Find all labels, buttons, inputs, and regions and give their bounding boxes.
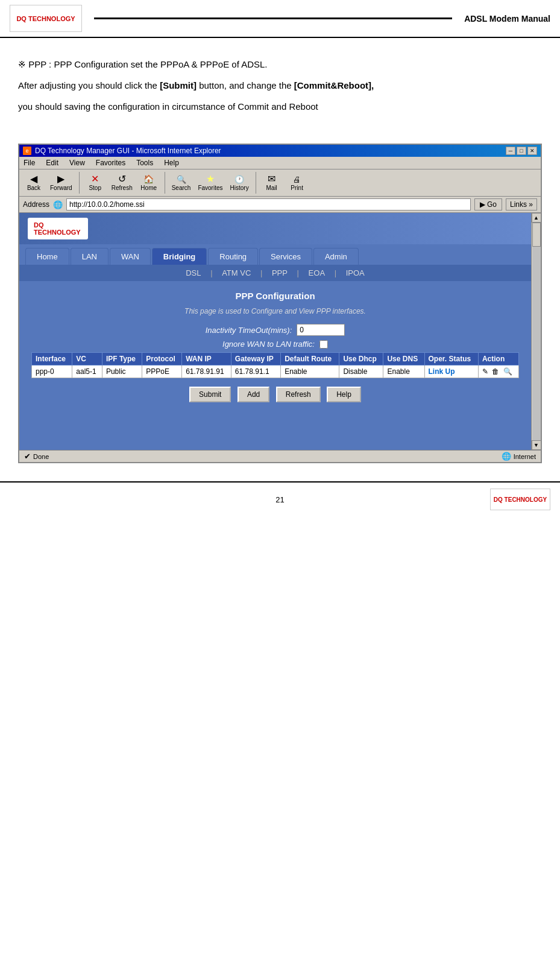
inactivity-label: Inactivity TimeOut(mins): bbox=[206, 326, 292, 335]
menu-tools[interactable]: Tools bbox=[134, 158, 155, 168]
commit-label-text: [Commit&Reboot], bbox=[294, 80, 374, 90]
submit-label-text: [Submit] bbox=[160, 80, 197, 90]
internet-zone-text: Internet bbox=[514, 453, 536, 460]
sub-nav-ppp[interactable]: PPP bbox=[272, 268, 288, 277]
back-icon bbox=[30, 174, 37, 184]
sub-nav-dsl[interactable]: DSL bbox=[186, 268, 201, 277]
favorites-button[interactable]: Favorites bbox=[196, 173, 224, 192]
back-button[interactable]: Back bbox=[23, 173, 45, 192]
tab-admin[interactable]: Admin bbox=[313, 248, 359, 265]
ignore-wan-checkbox[interactable] bbox=[319, 340, 328, 349]
help-button[interactable]: Help bbox=[327, 387, 361, 402]
print-button[interactable]: Print bbox=[286, 173, 308, 192]
menu-file[interactable]: File bbox=[22, 158, 37, 168]
stop-icon bbox=[91, 174, 99, 184]
col-gateway-ip: Gateway IP bbox=[231, 353, 280, 366]
ignore-wan-label: Ignore WAN to LAN traffic: bbox=[222, 340, 315, 349]
maximize-button[interactable]: □ bbox=[517, 147, 526, 155]
add-button[interactable]: Add bbox=[238, 387, 269, 402]
panel-refresh-button[interactable]: Refresh bbox=[276, 387, 321, 402]
tab-home[interactable]: Home bbox=[25, 248, 69, 265]
minimize-button[interactable]: ─ bbox=[506, 147, 515, 155]
history-button[interactable]: History bbox=[228, 173, 251, 192]
back-label: Back bbox=[27, 185, 40, 191]
tab-bridging[interactable]: Bridging bbox=[152, 248, 207, 265]
dq-logo-text: DQ TECHNOLOGY bbox=[34, 221, 82, 236]
status-done-icon: ✔ bbox=[24, 452, 31, 461]
sub-nav-ipoa[interactable]: IPOA bbox=[346, 268, 365, 277]
toolbar-sep-2 bbox=[165, 172, 165, 194]
scroll-down-button[interactable]: ▼ bbox=[532, 440, 541, 450]
menu-edit[interactable]: Edit bbox=[44, 158, 60, 168]
history-icon bbox=[234, 174, 244, 184]
cell-action[interactable]: ✎ 🗑 🔍 bbox=[478, 366, 518, 378]
cell-wan-ip: 61.78.91.91 bbox=[182, 366, 231, 378]
panel-title: PPP Configuration bbox=[31, 291, 519, 301]
view-icon[interactable]: 🔍 bbox=[503, 367, 512, 376]
page-header: DQ TECHNOLOGY ADSL Modem Manual bbox=[0, 0, 560, 38]
scroll-thumb[interactable] bbox=[532, 223, 541, 247]
scroll-track[interactable] bbox=[532, 223, 541, 440]
link-up-status: Link Up bbox=[429, 367, 455, 376]
search-button[interactable]: Search bbox=[170, 173, 193, 192]
cell-use-dns: Enable bbox=[383, 366, 424, 378]
page-title: ADSL Modem Manual bbox=[464, 14, 550, 24]
main-panel: PPP Configuration This page is used to C… bbox=[19, 281, 531, 450]
header-divider bbox=[94, 17, 452, 19]
col-vc: VC bbox=[72, 353, 102, 366]
browser-content: DQ TECHNOLOGY Home LAN WAN Bridging Rout… bbox=[19, 213, 531, 450]
menu-help[interactable]: Help bbox=[162, 158, 181, 168]
tab-lan[interactable]: LAN bbox=[71, 248, 109, 265]
mail-icon bbox=[268, 174, 275, 184]
address-label: Address bbox=[23, 200, 49, 209]
status-right: 🌐 Internet bbox=[502, 452, 536, 461]
ppp-table: Interface VC IPF Type Protocol WAN IP Ga… bbox=[31, 352, 519, 378]
menu-favorites[interactable]: Favorites bbox=[94, 158, 127, 168]
close-button[interactable]: ✕ bbox=[527, 147, 537, 155]
col-interface: Interface bbox=[32, 353, 72, 366]
tab-wan[interactable]: WAN bbox=[110, 248, 151, 265]
stop-label: Stop bbox=[89, 185, 101, 191]
col-protocol: Protocol bbox=[142, 353, 182, 366]
home-label: Home bbox=[140, 185, 157, 191]
titlebar-left: e DQ Technology Manager GUI - Microsoft … bbox=[23, 147, 221, 155]
mail-button[interactable]: Mail bbox=[261, 173, 283, 192]
address-input[interactable] bbox=[66, 198, 471, 210]
sub-nav-atm[interactable]: ATM VC bbox=[222, 268, 251, 277]
intro-text: PPP : PPP Configuration set the PPPoA & … bbox=[28, 59, 267, 69]
forward-button[interactable]: Forward bbox=[48, 173, 74, 192]
scroll-up-button[interactable]: ▲ bbox=[532, 213, 541, 223]
stop-button[interactable]: Stop bbox=[84, 173, 106, 192]
line3-paragraph: you should saving the configuration in c… bbox=[18, 98, 542, 115]
window-controls[interactable]: ─ □ ✕ bbox=[506, 147, 537, 155]
submit-button[interactable]: Submit bbox=[189, 387, 231, 402]
edit-icon[interactable]: ✎ bbox=[482, 367, 488, 376]
internet-icon: 🌐 bbox=[502, 452, 511, 461]
sub-nav-eoa[interactable]: EOA bbox=[309, 268, 325, 277]
links-button[interactable]: Links » bbox=[506, 198, 537, 210]
browser-addressbar: Address 🌐 ▶ Go Links » bbox=[19, 197, 541, 213]
header-logo: DQ TECHNOLOGY bbox=[10, 5, 82, 32]
browser-icon: e bbox=[23, 147, 31, 155]
content-area: ※ PPP : PPP Configuration set the PPPoA … bbox=[0, 44, 560, 131]
forward-icon bbox=[57, 174, 64, 184]
home-button[interactable]: Home bbox=[138, 173, 160, 192]
footer-logo-text: DQ TECHNOLOGY bbox=[494, 496, 547, 503]
browser-scrollbar[interactable]: ▲ ▼ bbox=[531, 213, 541, 450]
forward-label: Forward bbox=[50, 185, 72, 191]
inactivity-input[interactable] bbox=[297, 324, 345, 336]
delete-icon[interactable]: 🗑 bbox=[492, 367, 499, 376]
menu-view[interactable]: View bbox=[68, 158, 87, 168]
tab-routing[interactable]: Routing bbox=[208, 248, 258, 265]
search-icon bbox=[177, 174, 186, 184]
refresh-icon bbox=[118, 174, 126, 184]
tab-services[interactable]: Services bbox=[259, 248, 312, 265]
instruction-paragraph: After adjusting you should click the [Su… bbox=[18, 77, 542, 93]
cell-protocol: PPPoE bbox=[142, 366, 182, 378]
refresh-button[interactable]: Refresh bbox=[110, 173, 134, 192]
sub-nav: DSL | ATM VC | PPP | EOA | IPOA bbox=[19, 265, 531, 281]
intro-paragraph: ※ PPP : PPP Configuration set the PPPoA … bbox=[18, 56, 542, 72]
search-label: Search bbox=[172, 185, 191, 191]
toolbar-sep-3 bbox=[256, 172, 256, 194]
go-button[interactable]: ▶ Go bbox=[474, 198, 502, 210]
